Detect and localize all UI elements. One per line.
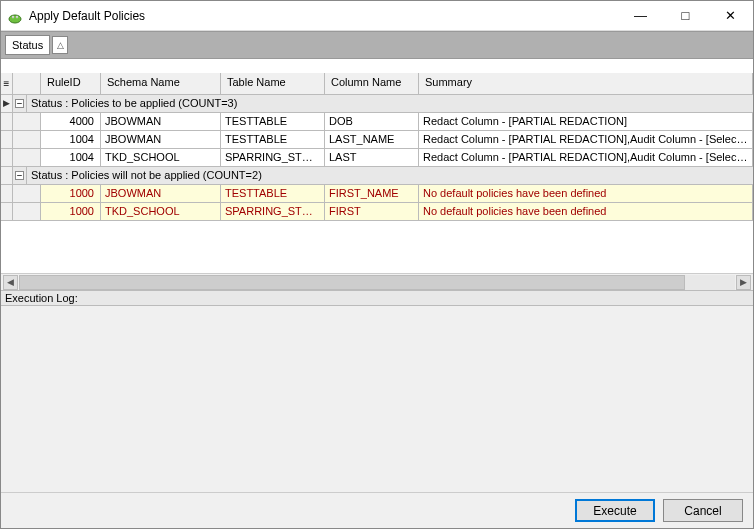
- group-row[interactable]: −Status : Policies will not be applied (…: [1, 167, 753, 185]
- cancel-button[interactable]: Cancel: [663, 499, 743, 522]
- grid-header: ≡ RuleID Schema Name Table Name Column N…: [1, 73, 753, 95]
- cell-schema: JBOWMAN: [101, 185, 221, 202]
- row-gutter: [13, 113, 41, 130]
- cell-summary: Redact Column - [PARTIAL REDACTION]: [419, 113, 753, 130]
- row-gutter: [1, 185, 13, 202]
- cell-summary: No default policies have been defined: [419, 185, 753, 202]
- close-button[interactable]: ✕: [708, 1, 753, 30]
- row-gutter: [13, 203, 41, 220]
- group-expander[interactable]: −: [13, 167, 27, 184]
- group-row[interactable]: ▶−Status : Policies to be applied (COUNT…: [1, 95, 753, 113]
- scroll-left-icon[interactable]: ◀: [3, 275, 18, 290]
- row-indicator: ▶: [1, 95, 13, 112]
- grid-body: ▶−Status : Policies to be applied (COUNT…: [1, 95, 753, 221]
- group-by-chip[interactable]: Status: [5, 35, 50, 55]
- scroll-track[interactable]: [19, 275, 735, 290]
- cell-table: SPARRING_STUD...: [221, 149, 325, 166]
- cell-table: TESTTABLE: [221, 113, 325, 130]
- cell-table: SPARRING_STUD...: [221, 203, 325, 220]
- table-row[interactable]: 1000TKD_SCHOOLSPARRING_STUD...FIRSTNo de…: [1, 203, 753, 221]
- cell-summary: Redact Column - [PARTIAL REDACTION],Audi…: [419, 149, 753, 166]
- col-header-summary[interactable]: Summary: [419, 73, 753, 94]
- grouping-toolbar: Status △: [1, 31, 753, 59]
- cell-table: TESTTABLE: [221, 131, 325, 148]
- grid: ≡ RuleID Schema Name Table Name Column N…: [1, 73, 753, 273]
- row-gutter: [1, 203, 13, 220]
- row-gutter: [13, 185, 41, 202]
- col-header-table[interactable]: Table Name: [221, 73, 325, 94]
- cell-column: LAST_NAME: [325, 131, 419, 148]
- minimize-button[interactable]: —: [618, 1, 663, 30]
- group-label: Status : Policies to be applied (COUNT=3…: [27, 95, 753, 112]
- row-gutter: [13, 131, 41, 148]
- scroll-thumb[interactable]: [19, 275, 685, 290]
- cell-summary: No default policies have been defined: [419, 203, 753, 220]
- horizontal-scrollbar[interactable]: ◀ ▶: [1, 273, 753, 290]
- row-gutter: [1, 131, 13, 148]
- svg-point-0: [9, 15, 21, 23]
- execute-button[interactable]: Execute: [575, 499, 655, 522]
- group-expander[interactable]: −: [13, 95, 27, 112]
- row-gutter: [1, 113, 13, 130]
- row-gutter: [13, 149, 41, 166]
- scroll-right-icon[interactable]: ▶: [736, 275, 751, 290]
- group-by-chip-label: Status: [12, 39, 43, 51]
- cell-schema: TKD_SCHOOL: [101, 203, 221, 220]
- col-header-ruleid[interactable]: RuleID: [41, 73, 101, 94]
- svg-point-3: [13, 16, 14, 17]
- cell-ruleid: 4000: [41, 113, 101, 130]
- spacer: [1, 59, 753, 73]
- app-icon: [7, 8, 23, 24]
- cell-table: TESTTABLE: [221, 185, 325, 202]
- window-controls: — □ ✕: [618, 1, 753, 30]
- row-selector-header-icon[interactable]: ≡: [1, 73, 13, 94]
- execution-log-label: Execution Log:: [1, 290, 753, 306]
- cell-column: LAST: [325, 149, 419, 166]
- col-header-column[interactable]: Column Name: [325, 73, 419, 94]
- maximize-button[interactable]: □: [663, 1, 708, 30]
- sort-indicator-icon[interactable]: △: [52, 36, 68, 54]
- group-gutter-header: [13, 73, 41, 94]
- cell-schema: TKD_SCHOOL: [101, 149, 221, 166]
- window-title: Apply Default Policies: [29, 9, 618, 23]
- title-bar: Apply Default Policies — □ ✕: [1, 1, 753, 31]
- cell-column: DOB: [325, 113, 419, 130]
- cell-ruleid: 1004: [41, 131, 101, 148]
- row-indicator: [1, 167, 13, 184]
- group-label: Status : Policies will not be applied (C…: [27, 167, 753, 184]
- row-gutter: [1, 149, 13, 166]
- table-row[interactable]: 4000JBOWMANTESTTABLEDOBRedact Column - […: [1, 113, 753, 131]
- execution-log-body: [1, 306, 753, 492]
- cell-schema: JBOWMAN: [101, 131, 221, 148]
- cell-ruleid: 1000: [41, 203, 101, 220]
- table-row[interactable]: 1004TKD_SCHOOLSPARRING_STUD...LASTRedact…: [1, 149, 753, 167]
- cell-ruleid: 1000: [41, 185, 101, 202]
- dialog-window: Apply Default Policies — □ ✕ Status △ ≡ …: [0, 0, 754, 529]
- cell-summary: Redact Column - [PARTIAL REDACTION],Audi…: [419, 131, 753, 148]
- svg-point-4: [17, 16, 18, 17]
- cell-ruleid: 1004: [41, 149, 101, 166]
- dialog-footer: Execute Cancel: [1, 492, 753, 528]
- table-row[interactable]: 1000JBOWMANTESTTABLEFIRST_NAMENo default…: [1, 185, 753, 203]
- table-row[interactable]: 1004JBOWMANTESTTABLELAST_NAMERedact Colu…: [1, 131, 753, 149]
- cell-column: FIRST: [325, 203, 419, 220]
- cell-column: FIRST_NAME: [325, 185, 419, 202]
- cell-schema: JBOWMAN: [101, 113, 221, 130]
- col-header-schema[interactable]: Schema Name: [101, 73, 221, 94]
